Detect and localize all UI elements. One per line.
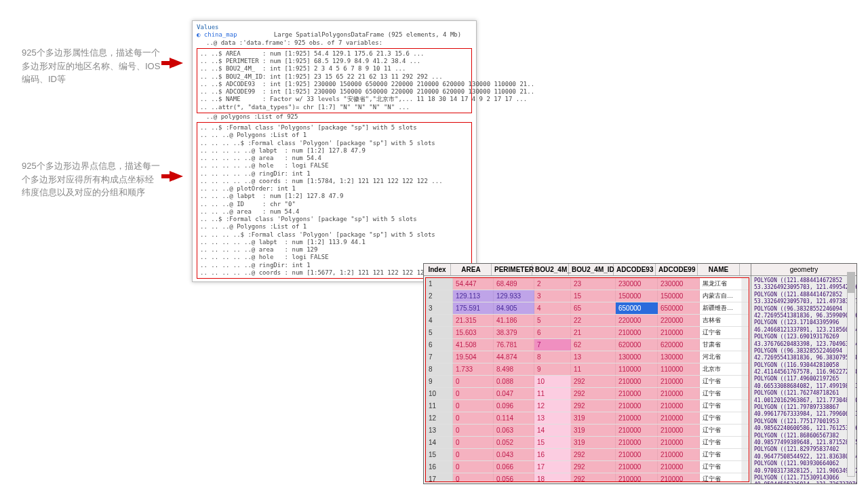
cell-adcode99: 210000 bbox=[658, 425, 700, 436]
cell-adcode99: 230000 bbox=[658, 278, 700, 290]
cell-perimeter: 0.066 bbox=[494, 461, 534, 473]
cell-bou2-4m-id: 11 bbox=[571, 363, 616, 375]
data-viewer-panel: Index AREA PERIMETER BOU2_4M_ BOU2_4M_ID… bbox=[423, 263, 857, 484]
vertical-scrollbar[interactable] bbox=[847, 272, 855, 477]
cell-bou2-4m-id: 319 bbox=[571, 437, 616, 448]
cell-area: 19.504 bbox=[453, 351, 494, 363]
cell-area: 15.603 bbox=[453, 327, 494, 338]
col-header-geometry[interactable]: geometry bbox=[751, 264, 856, 276]
table-row[interactable]: 515.60338.379621210000210000辽宁省 bbox=[426, 327, 749, 339]
cell-bou2-4m: 12 bbox=[534, 400, 571, 412]
col-header-name[interactable]: NAME bbox=[698, 264, 740, 275]
cell-bou2-4m-id: 15 bbox=[571, 290, 616, 302]
cell-adcode93: 210000 bbox=[616, 461, 658, 473]
cell-area: 1.733 bbox=[453, 363, 494, 375]
table-row[interactable]: 1600.06617292210000210000辽宁省 bbox=[426, 461, 749, 473]
table-body: 154.44768.489223230000230000黑龙江省2129.113… bbox=[425, 277, 749, 482]
col-header-adcode99[interactable]: ADCODE99 bbox=[656, 264, 698, 275]
table-row[interactable]: 1000.04711292210000210000辽宁省 bbox=[426, 388, 749, 400]
cell-name: 辽宁省 bbox=[700, 461, 742, 473]
cell-adcode99: 620000 bbox=[658, 339, 700, 351]
table-row[interactable]: 1300.06314319210000210000辽宁省 bbox=[426, 425, 749, 437]
table-row[interactable]: 3175.59184.905465650000650000新疆维吾尔自治区 bbox=[426, 302, 749, 315]
cell-adcode93: 210000 bbox=[616, 327, 658, 338]
col-header-bou2-4m[interactable]: BOU2_4M_ bbox=[532, 264, 569, 275]
cell-perimeter: 0.043 bbox=[494, 449, 534, 460]
table-row[interactable]: 1200.11413319210000210000辽宁省 bbox=[426, 412, 749, 425]
cell-index: 13 bbox=[426, 425, 453, 436]
table-row[interactable]: 2129.113129.933315150000150000内蒙古自治区 bbox=[426, 290, 749, 302]
cell-index: 16 bbox=[426, 461, 453, 473]
cell-name: 辽宁省 bbox=[700, 327, 742, 338]
col-header-adcode93[interactable]: ADCODE93 bbox=[614, 264, 656, 275]
cell-bou2-4m-id: 62 bbox=[571, 339, 616, 351]
data-slot-box: .. ..$ AREA : num [1:925] 54.4 129.1 175… bbox=[197, 48, 472, 113]
cell-index: 15 bbox=[426, 449, 453, 460]
cell-perimeter: 0.114 bbox=[494, 412, 534, 424]
table-row[interactable]: 81.7338.498911110000110000北京市 bbox=[426, 363, 749, 376]
cell-area: 0 bbox=[453, 425, 494, 436]
scrollbar-thumb[interactable] bbox=[848, 273, 854, 293]
cell-adcode99: 210000 bbox=[658, 461, 700, 473]
table-row[interactable]: 900.08810292210000210000辽宁省 bbox=[426, 376, 749, 388]
cell-index: 4 bbox=[426, 315, 453, 326]
r-environment-panel: Values ◐ china_map Large SpatialPolygons… bbox=[192, 20, 477, 282]
table-row[interactable]: 1700.05618292210000210000辽宁省 bbox=[426, 473, 749, 482]
cell-bou2-4m-id: 292 bbox=[571, 376, 616, 387]
col-header-bou2-4m-id[interactable]: BOU2_4M_ID bbox=[569, 264, 614, 275]
cell-adcode93: 210000 bbox=[616, 437, 658, 448]
cell-area: 0 bbox=[453, 437, 494, 448]
cell-bou2-4m: 5 bbox=[534, 315, 571, 326]
object-name[interactable]: china_map bbox=[204, 31, 237, 38]
col-header-area[interactable]: AREA bbox=[451, 264, 492, 275]
table-row[interactable]: 154.44768.489223230000230000黑龙江省 bbox=[426, 278, 749, 290]
cell-perimeter: 44.874 bbox=[494, 351, 534, 363]
cell-bou2-4m-id: 292 bbox=[571, 388, 616, 399]
cell-name: 吉林省 bbox=[700, 315, 742, 326]
cell-area: 0 bbox=[453, 400, 494, 412]
cell-index: 17 bbox=[426, 473, 453, 482]
table-row[interactable]: 1100.09612292210000210000辽宁省 bbox=[426, 400, 749, 412]
object-summary: Large SpatialPolygonsDataFrame (925 elem… bbox=[274, 31, 461, 38]
cell-bou2-4m: 6 bbox=[534, 327, 571, 338]
cell-name: 辽宁省 bbox=[700, 449, 742, 460]
table-row[interactable]: 1500.04316292210000210000辽宁省 bbox=[426, 449, 749, 461]
cell-index: 9 bbox=[426, 376, 453, 387]
cell-bou2-4m: 10 bbox=[534, 376, 571, 387]
cell-adcode99: 210000 bbox=[658, 437, 700, 448]
col-header-perimeter[interactable]: PERIMETER bbox=[492, 264, 532, 275]
cell-name: 辽宁省 bbox=[700, 412, 742, 424]
cell-area: 54.447 bbox=[453, 278, 494, 290]
arrow-right-icon bbox=[170, 58, 183, 68]
cell-bou2-4m-id: 319 bbox=[571, 412, 616, 424]
cell-bou2-4m-id: 292 bbox=[571, 400, 616, 412]
cell-bou2-4m: 9 bbox=[534, 363, 571, 375]
cell-adcode93: 210000 bbox=[616, 412, 658, 424]
data-slot-content: .. ..$ AREA : num [1:925] 54.4 129.1 175… bbox=[200, 50, 469, 111]
cell-bou2-4m: 17 bbox=[534, 461, 571, 473]
cell-index: 8 bbox=[426, 363, 453, 375]
cell-perimeter: 68.489 bbox=[494, 278, 534, 290]
cell-bou2-4m: 18 bbox=[534, 473, 571, 482]
expand-icon[interactable]: ◐ bbox=[197, 31, 200, 38]
cell-bou2-4m: 2 bbox=[534, 278, 571, 290]
cell-index: 5 bbox=[426, 327, 453, 338]
cell-adcode99: 220000 bbox=[658, 315, 700, 326]
cell-index: 2 bbox=[426, 290, 453, 302]
polygons-slot-content: .. ..$ :Formal class 'Polygons' [package… bbox=[200, 124, 469, 277]
cell-area: 175.591 bbox=[453, 302, 494, 314]
col-header-index[interactable]: Index bbox=[424, 264, 451, 275]
table-row[interactable]: 641.50876.781762620000620000甘肃省 bbox=[426, 339, 749, 351]
cell-bou2-4m-id: 13 bbox=[571, 351, 616, 363]
cell-adcode93: 210000 bbox=[616, 473, 658, 482]
table-row[interactable]: 719.50444.874813130000130000河北省 bbox=[426, 351, 749, 363]
cell-area: 0 bbox=[453, 449, 494, 460]
table-row[interactable]: 1400.05215319210000210000辽宁省 bbox=[426, 437, 749, 449]
table-row[interactable]: 421.31541.186522220000220000吉林省 bbox=[426, 315, 749, 327]
polygons-slot-box: .. ..$ :Formal class 'Polygons' [package… bbox=[197, 122, 472, 279]
cell-bou2-4m-id: 292 bbox=[571, 449, 616, 460]
cell-perimeter: 84.905 bbox=[494, 302, 534, 314]
cell-bou2-4m-id: 319 bbox=[571, 425, 616, 436]
cell-adcode93: 210000 bbox=[616, 449, 658, 460]
cell-perimeter: 0.047 bbox=[494, 388, 534, 399]
